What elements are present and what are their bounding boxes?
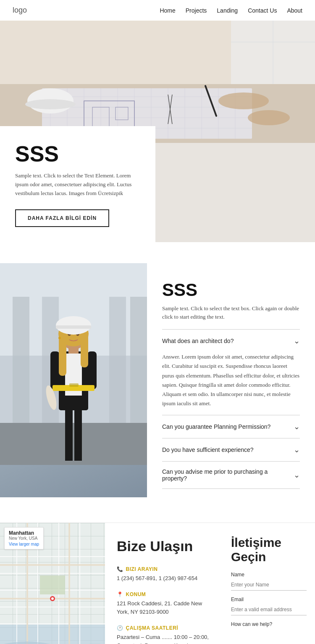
nav-contact[interactable]: Contact Us	[248, 7, 277, 14]
nav-home[interactable]: Home	[160, 7, 175, 14]
hero-section	[0, 0, 315, 143]
svg-rect-71	[40, 575, 65, 594]
faq-chevron-1: ⌄	[294, 336, 300, 346]
nav-projects[interactable]: Projects	[186, 7, 207, 14]
faq-question-2[interactable]: Can you guarantee Planning Permission? ⌄	[162, 415, 300, 438]
svg-rect-38	[0, 423, 147, 465]
learn-more-button[interactable]: DAHA FAZLA BİLGİ EDİN	[15, 209, 109, 227]
svg-rect-40	[74, 406, 82, 461]
contact-form-section: İletişime Geçin Name Email How can we he…	[223, 523, 315, 644]
svg-point-28	[25, 99, 76, 109]
contact-section: Manhattan New York, USA View larger map …	[0, 523, 315, 644]
svg-point-25	[218, 92, 269, 109]
contact-phone-label: 📞 BIZI ARAYIN	[117, 566, 211, 572]
contact-info: Bize Ulaşın 📞 BIZI ARAYIN 1 (234) 567-89…	[105, 523, 223, 644]
faq-item-3: Do you have sufficient experience? ⌄	[162, 438, 300, 462]
intro-body: Sample text. Click to select the Text El…	[15, 172, 140, 198]
faq-section: SSS Sample text. Click to select the tex…	[0, 263, 315, 523]
svg-rect-55	[56, 325, 91, 329]
contact-block-location: 📍 KONUM 121 Rock Caddesi, 21. Cadde New …	[117, 591, 211, 616]
faq-question-1[interactable]: What does an architect do? ⌄	[162, 330, 300, 352]
map-bg: Manhattan New York, USA View larger map …	[0, 523, 105, 644]
form-name-input[interactable]	[231, 579, 307, 591]
faq-question-3[interactable]: Do you have sufficient experience? ⌄	[162, 438, 300, 461]
svg-rect-50	[59, 334, 66, 376]
nav-landing[interactable]: Landing	[217, 7, 238, 14]
nav-logo: logo	[13, 6, 27, 15]
faq-question-text-4: Can you advise me prior to purchasing a …	[162, 468, 294, 482]
faq-heading: SSS	[162, 280, 300, 300]
svg-rect-46	[69, 383, 79, 387]
clock-icon: 🕐	[117, 625, 123, 631]
intro-right-bg	[155, 143, 315, 242]
navbar: logo Home Projects Landing Contact Us Ab…	[0, 0, 315, 21]
form-group-message: How can we help?	[231, 621, 307, 644]
faq-image	[0, 263, 147, 497]
faq-item-4: Can you advise me prior to purchasing a …	[162, 462, 300, 489]
map-container: Manhattan New York, USA View larger map …	[0, 523, 105, 644]
svg-point-26	[248, 110, 290, 125]
contact-hours-weekend: Cumartesi, Pazar ........ Kapalı	[117, 641, 211, 644]
contact-location-label: 📍 KONUM	[117, 591, 211, 597]
contact-phone-value: 1 (234) 567-891, 1 (234) 987-654	[117, 574, 211, 583]
faq-answer-1: Answer. Lorem ipsum dolor sit amet, cons…	[162, 352, 300, 415]
form-group-email: Email	[231, 596, 307, 615]
faq-chevron-3: ⌄	[294, 445, 300, 454]
faq-subtitle: Sample text. Click to select the text bo…	[162, 304, 300, 321]
svg-rect-43	[50, 351, 60, 389]
faq-question-text-3: Do you have sufficient experience?	[162, 446, 254, 453]
spacer	[0, 242, 315, 263]
form-email-input[interactable]	[231, 604, 307, 615]
form-message-label: How can we help?	[231, 621, 307, 627]
view-larger-map-link[interactable]: View larger map	[9, 542, 39, 546]
form-name-label: Name	[231, 572, 307, 578]
contact-hours-weekday: Pazartesi – Cuma ....... 10:00 – 20:00,	[117, 633, 211, 641]
contact-block-hours: 🕐 ÇALIŞMA SAATLERİ Pazartesi – Cuma ....…	[117, 625, 211, 644]
faq-chevron-2: ⌄	[294, 422, 300, 431]
faq-question-text-2: Can you guarantee Planning Permission?	[162, 423, 270, 430]
svg-point-56	[58, 337, 61, 339]
faq-item-2: Can you guarantee Planning Permission? ⌄	[162, 415, 300, 438]
form-group-name: Name	[231, 572, 307, 591]
faq-question-text-1: What does an architect do?	[162, 338, 234, 344]
intro-section: SSS Sample text. Click to select the Tex…	[0, 143, 315, 242]
faq-content: SSS Sample text. Click to select the tex…	[147, 263, 315, 497]
location-icon: 📍	[117, 591, 123, 597]
contact-block-phone: 📞 BIZI ARAYIN 1 (234) 567-891, 1 (234) 9…	[117, 566, 211, 583]
map-label: Manhattan New York, USA View larger map	[4, 527, 44, 549]
intro-heading: SSS	[15, 143, 140, 165]
svg-rect-39	[65, 406, 73, 461]
nav-about[interactable]: About	[287, 7, 302, 14]
form-heading: İletişime Geçin	[231, 536, 307, 564]
intro-card: SSS Sample text. Click to select the Tex…	[0, 126, 155, 242]
faq-question-4[interactable]: Can you advise me prior to purchasing a …	[162, 462, 300, 488]
faq-item-1: What does an architect do? ⌄ Answer. Lor…	[162, 330, 300, 415]
map-city: Manhattan	[9, 530, 39, 536]
nav-links: Home Projects Landing Contact Us About	[160, 7, 302, 14]
contact-address-value: 121 Rock Caddesi, 21. Cadde New York, NY…	[117, 599, 211, 616]
contact-hours-label: 🕐 ÇALIŞMA SAATLERİ	[117, 625, 211, 631]
contact-heading: Bize Ulaşın	[117, 538, 211, 554]
form-message-input[interactable]	[231, 629, 307, 644]
svg-point-73	[51, 597, 54, 600]
svg-rect-44	[87, 351, 97, 389]
form-email-label: Email	[231, 596, 307, 602]
phone-icon: 📞	[117, 566, 123, 572]
faq-chevron-4: ⌄	[294, 470, 300, 480]
svg-rect-51	[81, 334, 88, 367]
map-state: New York, USA	[9, 536, 39, 541]
